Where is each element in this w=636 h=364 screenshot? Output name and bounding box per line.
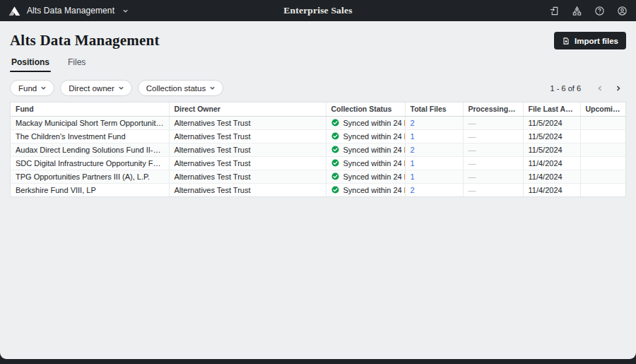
total-files-link[interactable]: 1: [411, 132, 415, 141]
total-files-cell: 2: [405, 143, 463, 156]
upcoming-activity-cell: [580, 143, 625, 156]
positions-table: Fund Direct Owner Collection Status Tota…: [10, 102, 626, 197]
processing-files-cell: —: [463, 170, 523, 183]
synced-check-icon: [331, 146, 339, 153]
collection-status-label: Synced within 24 hours: [343, 132, 406, 141]
total-files-cell: 1: [405, 170, 463, 183]
synced-check-icon: [331, 172, 339, 180]
column-header-total-files[interactable]: Total Files: [405, 102, 463, 116]
upcoming-activity-cell: [580, 116, 625, 129]
file-last-added-cell: 11/5/2024: [523, 143, 580, 156]
collection-status-label: Synced within 24 hours: [343, 119, 406, 127]
direct-owner-cell: Alternatives Test Trust: [169, 156, 326, 170]
page-title: Alts Data Management: [10, 32, 160, 49]
processing-files-value: —: [469, 119, 476, 127]
processing-files-value: —: [469, 186, 476, 194]
direct-owner-cell: Alternatives Test Trust: [169, 116, 326, 129]
topbar-actions: [549, 6, 628, 16]
direct-owner-cell: Alternatives Test Trust: [169, 129, 326, 143]
collection-status-cell: Synced within 24 hours: [326, 183, 405, 196]
column-header-file-last-added[interactable]: File Last Added: [523, 102, 580, 116]
processing-files-value: —: [469, 159, 476, 168]
collection-status-label: Synced within 24 hours: [343, 172, 406, 181]
collection-status-cell: Synced within 24 hours: [326, 129, 405, 143]
table-row[interactable]: SDC Digital Infrastructure Opportunity F…: [11, 156, 625, 170]
processing-files-value: —: [469, 172, 476, 181]
collection-status-cell: Synced within 24 hours: [326, 156, 405, 170]
column-header-collection-status[interactable]: Collection Status: [326, 102, 405, 116]
total-files-link[interactable]: 1: [411, 159, 415, 168]
processing-files-cell: —: [463, 183, 523, 196]
pagination: 1 - 6 of 6: [550, 81, 626, 96]
chevron-down-icon: [118, 85, 124, 91]
total-files-cell: 2: [405, 183, 463, 196]
table-row[interactable]: The Children's Investment FundAlternativ…: [11, 129, 625, 143]
file-last-added-cell: 11/4/2024: [523, 156, 580, 170]
total-files-link[interactable]: 2: [411, 186, 415, 194]
direct-owner-cell: Alternatives Test Trust: [169, 183, 326, 196]
upcoming-activity-cell: [580, 183, 625, 196]
addepar-logo-icon: [8, 6, 20, 16]
filter-collection-status-label: Collection status: [146, 84, 206, 93]
collection-status-cell: Synced within 24 hours: [326, 143, 405, 156]
app-switcher[interactable]: Alts Data Management: [8, 6, 129, 16]
processing-files-cell: —: [463, 143, 523, 156]
tab-positions[interactable]: Positions: [11, 57, 49, 72]
column-header-fund[interactable]: Fund: [11, 102, 169, 116]
upcoming-activity-cell: [580, 170, 625, 183]
account-icon[interactable]: [617, 6, 628, 16]
processing-files-cell: —: [463, 156, 523, 170]
upcoming-activity-cell: [580, 129, 625, 143]
processing-files-cell: —: [463, 116, 523, 129]
column-header-processing-files[interactable]: Processing Files: [463, 102, 523, 116]
file-last-added-cell: 11/5/2024: [523, 116, 580, 129]
column-header-upcoming-activity[interactable]: Upcoming Activity: [580, 102, 625, 116]
total-files-link[interactable]: 2: [411, 119, 415, 127]
tab-bar: Positions Files: [0, 57, 636, 73]
total-files-cell: 2: [405, 116, 463, 129]
page-header: Alts Data Management Import files: [0, 21, 636, 49]
fund-cell: The Children's Investment Fund: [11, 129, 169, 143]
pagination-next-button[interactable]: [611, 81, 626, 96]
pagination-prev-button[interactable]: [592, 81, 608, 96]
topbar: Alts Data Management Enterprise Sales: [0, 0, 636, 21]
filter-direct-owner[interactable]: Direct owner: [60, 80, 132, 96]
table-row[interactable]: Mackay Municipal Short Term Opportunitie…: [11, 116, 625, 129]
org-chart-icon[interactable]: [572, 6, 582, 16]
fund-cell: Berkshire Fund VIII, LP: [11, 183, 169, 196]
fund-cell: Mackay Municipal Short Term Opportunitie…: [11, 116, 169, 129]
collection-status-cell: Synced within 24 hours: [326, 170, 405, 183]
filter-direct-owner-label: Direct owner: [69, 84, 114, 93]
collection-status-label: Synced within 24 hours: [343, 186, 406, 194]
filter-row: Fund Direct owner Collection status 1 - …: [0, 73, 636, 102]
table-row[interactable]: Berkshire Fund VIII, LPAlternatives Test…: [11, 183, 625, 196]
total-files-link[interactable]: 1: [411, 172, 415, 181]
table-row[interactable]: Audax Direct Lending Solutions Fund II-C…: [11, 143, 625, 156]
import-file-icon[interactable]: [549, 6, 560, 16]
filter-fund[interactable]: Fund: [10, 80, 54, 96]
table-row[interactable]: TPG Opportunities Partners III (A), L.P.…: [11, 170, 625, 183]
tab-files[interactable]: Files: [68, 57, 86, 72]
app-window: Alts Data Management Enterprise Sales: [0, 0, 636, 364]
pagination-range: 1 - 6 of 6: [550, 84, 581, 93]
import-files-button[interactable]: Import files: [554, 32, 626, 49]
processing-files-value: —: [469, 146, 476, 154]
import-files-label: Import files: [575, 37, 618, 45]
synced-check-icon: [331, 159, 339, 167]
total-files-link[interactable]: 2: [411, 146, 415, 154]
page-content: Alts Data Management Import files Positi…: [0, 21, 636, 359]
filter-collection-status[interactable]: Collection status: [138, 80, 223, 96]
app-switcher-label: Alts Data Management: [27, 6, 114, 16]
synced-check-icon: [331, 186, 339, 194]
total-files-cell: 1: [405, 129, 463, 143]
fund-cell: SDC Digital Infrastructure Opportunity F…: [11, 156, 169, 170]
column-header-direct-owner[interactable]: Direct Owner: [169, 102, 326, 116]
collection-status-label: Synced within 24 hours: [343, 146, 406, 154]
direct-owner-cell: Alternatives Test Trust: [169, 143, 326, 156]
collection-status-label: Synced within 24 hours: [343, 159, 406, 168]
total-files-cell: 1: [405, 156, 463, 170]
help-icon[interactable]: [594, 6, 605, 16]
file-last-added-cell: 11/4/2024: [523, 170, 580, 183]
collection-status-cell: Synced within 24 hours: [326, 116, 405, 129]
upcoming-activity-cell: [580, 156, 625, 170]
